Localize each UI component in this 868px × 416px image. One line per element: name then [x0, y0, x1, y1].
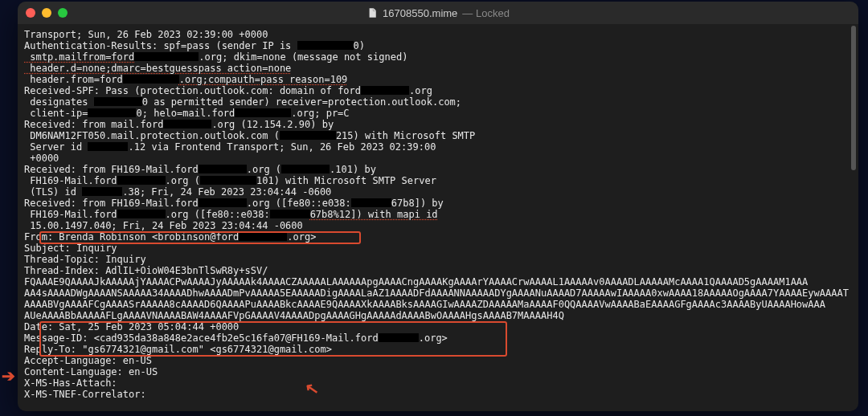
text-line: X-MS-Has-Attach:: [24, 377, 117, 389]
text-line: Received: from FH169-Mail.ford.org ([fe8…: [24, 198, 444, 209]
minimize-button[interactable]: [42, 8, 51, 18]
text-line: Authentication-Results: spf=pass (sender…: [24, 40, 365, 51]
text-line: Received: from FH169-Mail.ford.org (.101…: [24, 164, 376, 175]
document-icon: [366, 7, 378, 18]
text-line: (TLS) id .38; Fri, 24 Feb 2023 23:04:44 …: [24, 186, 331, 198]
text-line: Accept-Language: en-US: [24, 355, 152, 366]
text-line: +0000: [24, 153, 59, 164]
text-line: header.from=ford.org;compauth=pass reaso…: [24, 74, 347, 85]
titlebar[interactable]: 16708550.mime — Locked: [18, 2, 858, 24]
locked-label: — Locked: [462, 7, 510, 19]
text-line: AUeAAAABbAAAAAFLgAAAAVNAAAABAW4AAAAFVpGA…: [24, 310, 564, 321]
text-line: AAAABVgAAAAFCgAAAASrAAAAA8cAAAAD6QAAAAPu…: [24, 299, 825, 310]
annotation-arrow-icon: ➔: [2, 366, 15, 385]
text-line: client-ip=0; helo=mail.ford.org; pr=C: [24, 108, 350, 119]
window-title-area: 16708550.mime — Locked: [366, 7, 510, 19]
text-line: 15.00.1497.040; Fri, 24 Feb 2023 23:04:4…: [24, 220, 303, 231]
scrollbar[interactable]: [851, 26, 856, 170]
messageid-header: Message-ID: <cad935da38a848e2ace4fb2e5c1…: [24, 332, 448, 344]
text-line: Transport; Sun, 26 Feb 2023 02:39:00 +00…: [24, 29, 268, 40]
date-header: Date: Sat, 25 Feb 2023 05:04:44 +0000: [24, 321, 239, 332]
text-line: Subject: Inquiry: [24, 243, 117, 254]
text-line: header.d=none;dmarc=bestguesspass action…: [24, 63, 291, 74]
from-header: From: Brenda Robinson <brobinson@ford.or…: [24, 231, 316, 243]
traffic-lights: [26, 8, 68, 18]
app-window: 16708550.mime — Locked Transport; Sun, 2…: [18, 2, 858, 411]
text-line: FQAAAE9QAAAAJkAAAAAjYAAAACPwAAAAJyAAAAAk…: [24, 276, 808, 288]
text-line: Server id .12 via Frontend Transport; Su…: [24, 141, 436, 153]
text-line: Thread-Index: AdlIL+OioW04E3bnTlSwR8y+sS…: [24, 265, 268, 276]
document-content[interactable]: Transport; Sun, 26 Feb 2023 02:39:00 +00…: [18, 24, 858, 405]
text-line: FH169-Mail.ford.org (101) with Microsoft…: [24, 175, 436, 186]
text-line: designates 0 as permitted sender) receiv…: [24, 96, 461, 108]
close-button[interactable]: [26, 8, 35, 18]
text-line: Thread-Topic: Inquiry: [24, 254, 146, 265]
text-line: Received-SPF: Pass (protection.outlook.c…: [24, 85, 432, 96]
text-line: X-MS-TNEF-Correlator:: [24, 389, 146, 400]
window-title: 16708550.mime: [383, 7, 457, 19]
replyto-header: Reply-To: "gs6774321@gmail.com" <gs67743…: [24, 344, 332, 355]
text-line: Content-Language: en-US: [24, 366, 158, 377]
text-line: FH169-Mail.ford.org ([fe80::e038:67b8%12…: [24, 209, 438, 220]
text-line: smtp.mailfrom=ford.org; dkim=none (messa…: [24, 51, 407, 63]
text-line: Received: from mail.ford.org (12.154.2.9…: [24, 119, 334, 130]
fullscreen-button[interactable]: [58, 8, 68, 18]
text-line: AA4sAAAADWgAAAANSAAAAA34AAAADhwAAAADmPvA…: [24, 288, 849, 299]
text-line: DM6NAM12FT050.mail.protection.outlook.co…: [24, 130, 475, 141]
